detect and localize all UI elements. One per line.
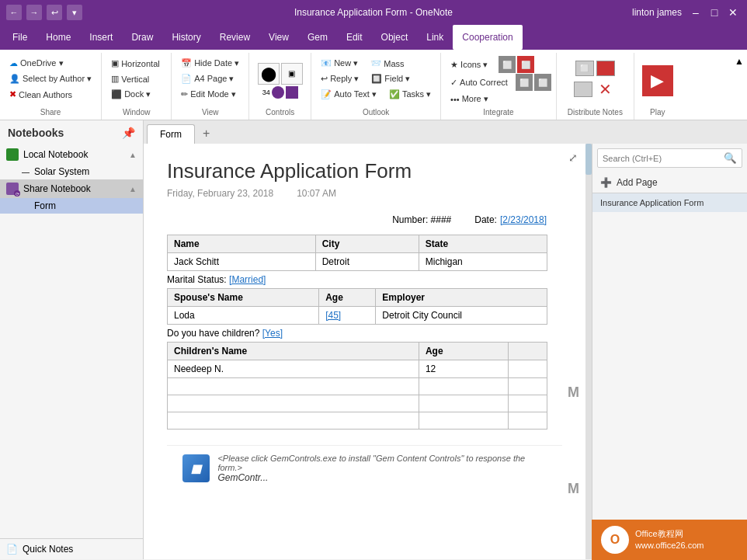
page-scrollbar[interactable] [585,144,592,559]
auto-correct-button[interactable]: ✓ Auto Correct [446,75,512,90]
menu-file[interactable]: File [3,25,36,50]
forward-button[interactable]: → [26,5,42,20]
controls-square[interactable] [286,86,298,99]
customize-button[interactable]: ▾ [67,5,82,20]
quick-notes-item[interactable]: 📄 Quick Notes [0,538,143,559]
table-row: Needeep N. 12 [168,360,547,378]
sidebar-title: Notebooks [8,127,64,139]
menu-object[interactable]: Object [372,25,418,50]
tab-form-label: Form [160,129,182,140]
page-content: ⤢ Insurance Application Form Friday, Feb… [144,144,585,559]
play-icon[interactable]: ▶ [642,65,673,96]
controls-widget-1[interactable]: ⬤ [258,63,280,85]
close-button[interactable]: ✕ [725,5,741,20]
search-input[interactable] [598,151,719,166]
controls-circle[interactable] [272,86,284,99]
onedrive-button[interactable]: ☁ OneDrive ▾ [5,56,96,71]
menu-insert[interactable]: Insert [80,25,122,50]
ribbon-group-share: ☁ OneDrive ▾ 👤 Select by Author ▾ ✖ Clea… [0,53,102,120]
menu-link[interactable]: Link [417,25,453,50]
ribbon-collapse-button[interactable]: ▲ [731,53,747,120]
tab-add-button[interactable]: + [196,123,216,144]
controls-widget-2[interactable]: ▣ [281,63,303,85]
ribbon-group-outlook: 📧 New ▾ 📨 Mass ↩ Reply ▾ 🔲 Field ▾ [311,53,441,120]
marital-value[interactable]: [Married] [229,274,266,285]
auto-text-icon: 📝 [321,89,332,99]
reply-icon: ↩ [321,74,328,84]
integrate-group-label: Integrate [446,106,551,118]
sidebar-item-form-section[interactable]: Form [0,198,143,214]
horizontal-icon: ▣ [111,58,119,68]
app-body: Notebooks 📌 Local Notebook ▲ — Solar Sys… [0,120,747,559]
mass-button[interactable]: 📨 Mass [366,56,408,71]
new-button[interactable]: 📧 New ▾ [316,56,363,71]
ribbon-group-play: ▶ Play [634,53,681,120]
icons-button[interactable]: ★ Icons ▾ [446,56,492,73]
clean-authors-button[interactable]: ✖ Clean Authors [5,87,96,102]
menu-draw[interactable]: Draw [122,25,162,50]
distribute-btn-3[interactable] [574,82,592,97]
menu-history[interactable]: History [162,25,210,50]
a4-page-button[interactable]: 📄 A4 Page ▾ [176,71,244,86]
onedrive-icon: ☁ [9,58,18,68]
menu-view[interactable]: View [259,25,298,50]
add-page-icon: ➕ [600,177,612,188]
page-list-item-label: Insurance Application Form [600,198,704,207]
undo-button[interactable]: ↩ [47,5,62,20]
restore-button[interactable]: □ [707,5,722,20]
dock-button[interactable]: ⬛ Dock ▾ [106,87,166,102]
integrate-icon-2[interactable]: ⬜ [517,56,534,73]
hide-date-button[interactable]: 📅 Hide Date ▾ [176,56,244,71]
integrate-icon-3[interactable]: ⬜ [516,74,533,91]
table3-header-empty [509,343,547,360]
more-button[interactable]: ••• More ▾ [446,92,551,106]
distribute-btn-1[interactable]: ⬜ [575,61,594,76]
outlook-group-label: Outlook [316,106,436,118]
add-page-button[interactable]: ➕ Add Page [592,172,747,193]
menu-gem[interactable]: Gem [298,25,337,50]
sidebar-item-solar-system[interactable]: — Solar System [0,164,143,179]
vertical-button[interactable]: ▥ Vertical [106,71,166,86]
ribbon-group-window: ▣ Horizontal ▥ Vertical ⬛ Dock ▾ Window [102,53,172,120]
local-notebook-expand-icon: ▲ [129,151,137,159]
form-date-value[interactable]: [2/23/2018] [500,214,547,225]
page-list-item-insurance[interactable]: Insurance Application Form [592,193,747,212]
page-date-area: Friday, February 23, 2018 10:07 AM [167,188,562,199]
expand-button[interactable]: ⤢ [568,151,578,164]
spouse-employer: Detroit City Council [376,307,547,325]
sidebar-item-local-notebook[interactable]: Local Notebook ▲ [0,145,143,164]
tab-bar: Form + [144,120,747,144]
field-button[interactable]: 🔲 Field ▾ [367,71,415,86]
reply-button[interactable]: ↩ Reply ▾ [316,71,363,86]
auto-text-button[interactable]: 📝 Auto Text ▾ [316,87,381,102]
gem-notice-text: <Please click GemControls.exe to install… [217,454,547,472]
distribute-btn-2[interactable] [596,61,615,76]
menu-review[interactable]: Review [210,25,259,50]
tab-form[interactable]: Form [147,124,195,144]
distribute-x-btn[interactable]: ✕ [595,78,617,100]
table-row [168,412,547,430]
more-icon: ••• [450,95,460,104]
gem-icon: ◼ [182,454,210,482]
hide-date-icon: 📅 [181,58,192,68]
children-answer[interactable]: [Yes] [262,328,283,339]
child-age-1: 12 [419,360,509,378]
horizontal-button[interactable]: ▣ Horizontal [106,56,166,71]
tasks-button[interactable]: ✅ Tasks ▾ [384,87,436,102]
edit-mode-button[interactable]: ✏ Edit Mode ▾ [176,87,244,102]
child-age-2 [419,378,509,395]
sidebar-item-share-notebook[interactable]: ⟳ Share Notebook ▲ [0,179,143,198]
integrate-icon-1[interactable]: ⬜ [499,56,516,73]
search-button[interactable]: 🔍 [719,149,742,167]
form-date-label: Date: [474,214,497,225]
select-by-author-button[interactable]: 👤 Select by Author ▾ [5,71,96,86]
sidebar-pin-icon[interactable]: 📌 [122,127,135,139]
menu-home[interactable]: Home [36,25,80,50]
view-group-label: View [176,106,244,118]
back-button[interactable]: ← [6,5,22,20]
minimize-button[interactable]: – [688,5,704,20]
integrate-icon-4[interactable]: ⬜ [534,74,551,91]
person-state: Michigan [419,253,547,271]
menu-edit[interactable]: Edit [337,25,372,50]
menu-cooperation[interactable]: Cooperation [453,25,522,50]
